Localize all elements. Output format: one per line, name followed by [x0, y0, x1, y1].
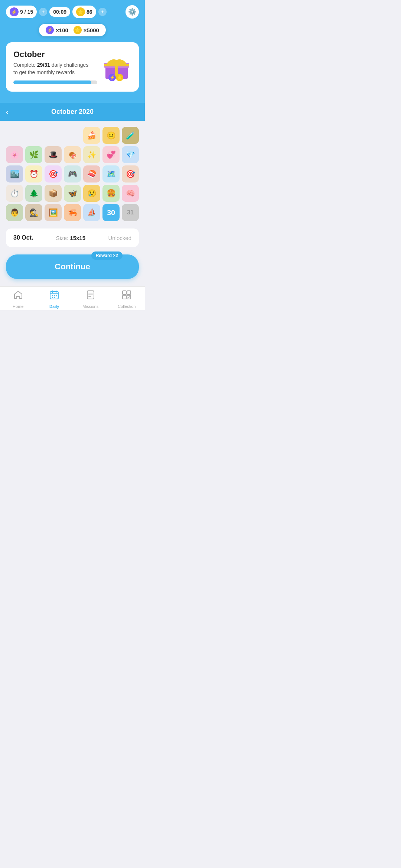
- day-21[interactable]: 🦋: [64, 185, 81, 202]
- calendar-back-button[interactable]: ‹: [6, 108, 9, 116]
- empty-cell-3: [45, 127, 62, 144]
- progress-bar-bg: [13, 80, 97, 84]
- day-22[interactable]: 😢: [83, 185, 100, 202]
- monthly-title: October: [13, 50, 97, 59]
- monthly-card: October Complete 29/31 daily challengest…: [6, 42, 139, 92]
- svg-text:⚡: ⚡: [110, 75, 115, 80]
- day-2[interactable]: 😐: [102, 127, 120, 144]
- day-25[interactable]: 👨: [6, 204, 23, 221]
- reward-badge: Reward ×2: [91, 251, 123, 260]
- nav-collection[interactable]: Collection: [109, 290, 145, 309]
- day-17[interactable]: 🎯: [122, 165, 139, 183]
- calendar-grid: 🍰 😐 🧪 🌸 🌿 🎩 🍖 ✨ 💞: [6, 127, 139, 221]
- day-8[interactable]: ✨: [83, 146, 100, 163]
- lightning-add-button[interactable]: +: [39, 8, 47, 16]
- day-30-today[interactable]: 30: [102, 204, 120, 221]
- day-16[interactable]: 🗺️: [102, 165, 120, 183]
- day-29[interactable]: ⛵: [83, 204, 100, 221]
- svg-rect-16: [54, 295, 55, 296]
- day-24[interactable]: 🧠: [122, 185, 139, 202]
- day-28[interactable]: 🦐: [64, 204, 81, 221]
- info-bar: 30 Oct. Size: 15x15 Unlocked: [6, 228, 139, 247]
- nav-daily-label: Daily: [49, 304, 59, 309]
- day-6-tile: 🎩: [45, 146, 62, 163]
- settings-button[interactable]: ⚙️: [125, 5, 139, 19]
- day-27-tile: 🖼️: [45, 204, 62, 221]
- lightning-reward: ⚡ ×100: [46, 26, 68, 34]
- day-16-tile: 🗺️: [102, 165, 120, 183]
- day-9[interactable]: 💞: [102, 146, 120, 163]
- day-26[interactable]: 🕵️: [25, 204, 42, 221]
- star-icon: ⭐: [76, 7, 85, 16]
- day-25-tile: 👨: [6, 204, 23, 221]
- day-18-tile: ⏱️: [6, 185, 23, 202]
- progress-bar-fill: [13, 80, 91, 84]
- day-5-tile: 🌿: [25, 146, 42, 163]
- missions-icon: [85, 290, 96, 303]
- day-8-tile: ✨: [83, 146, 100, 163]
- day-6[interactable]: 🎩: [45, 146, 62, 163]
- info-bar-status: Unlocked: [108, 235, 131, 241]
- star-add-button[interactable]: +: [98, 8, 107, 16]
- day-13[interactable]: 🎯: [45, 165, 62, 183]
- today-number-text: 30: [107, 208, 115, 217]
- day-21-tile: 🦋: [64, 185, 81, 202]
- svg-rect-15: [52, 295, 53, 296]
- nav-home-label: Home: [13, 304, 23, 309]
- size-value: 15x15: [70, 235, 85, 241]
- monthly-area: ⚡ ×100 ⭐ ×5000 October Complete 29/31 da…: [0, 22, 145, 103]
- day-28-tile: 🦐: [64, 204, 81, 221]
- nav-daily[interactable]: Daily: [36, 290, 73, 309]
- star-count: 86: [87, 9, 92, 15]
- day-5[interactable]: 🌿: [25, 146, 42, 163]
- day-9-tile: 💞: [102, 146, 120, 163]
- day-31-future[interactable]: 31: [122, 204, 139, 221]
- calendar-area: 🍰 😐 🧪 🌸 🌿 🎩 🍖 ✨ 💞: [0, 121, 145, 225]
- day-1[interactable]: 🍰: [83, 127, 100, 144]
- lightning-count: 9: [20, 9, 23, 15]
- empty-cell-2: [25, 127, 42, 144]
- info-bar-size: Size: 15x15: [56, 235, 85, 241]
- svg-rect-17: [56, 295, 57, 296]
- day-23[interactable]: 🍔: [102, 185, 120, 202]
- svg-rect-25: [127, 291, 131, 295]
- day-29-tile: ⛵: [83, 204, 100, 221]
- nav-missions[interactable]: Missions: [72, 290, 109, 309]
- day-13-tile: 🎯: [45, 165, 62, 183]
- day-1-tile: 🍰: [83, 127, 100, 144]
- lightning-reward-icon: ⚡: [46, 26, 54, 34]
- day-12[interactable]: ⏰: [25, 165, 42, 183]
- day-18[interactable]: ⏱️: [6, 185, 23, 202]
- day-10[interactable]: 💎: [122, 146, 139, 163]
- day-12-tile: ⏰: [25, 165, 42, 183]
- day-19-tile: 🌲: [25, 185, 42, 202]
- day-11[interactable]: 🏙️: [6, 165, 23, 183]
- daily-icon: [49, 290, 59, 303]
- svg-point-6: [114, 60, 119, 65]
- day-17-tile: 🎯: [122, 165, 139, 183]
- home-icon: [13, 290, 23, 303]
- star-stat: ⭐ 86: [72, 6, 96, 18]
- day-10-tile: 💎: [122, 146, 139, 163]
- day-7-tile: 🍖: [64, 146, 81, 163]
- day-3-tile: 🧪: [122, 127, 139, 144]
- top-bar: ⚡ 9/15 + 00:09 ⭐ 86 + ⚙️: [0, 0, 145, 22]
- top-bar-left: ⚡ 9/15 + 00:09 ⭐ 86 +: [6, 6, 107, 18]
- svg-rect-26: [123, 295, 126, 299]
- lightning-reward-amount: ×100: [56, 27, 68, 33]
- day-14[interactable]: 🎮: [64, 165, 81, 183]
- day-4-tile: 🌸: [6, 146, 23, 163]
- day-23-tile: 🍔: [102, 185, 120, 202]
- nav-home[interactable]: Home: [0, 290, 36, 309]
- day-7[interactable]: 🍖: [64, 146, 81, 163]
- monthly-desc: Complete 29/31 daily challengesto get th…: [13, 62, 97, 76]
- day-3[interactable]: 🧪: [122, 127, 139, 144]
- size-label: Size:: [56, 235, 68, 241]
- day-20[interactable]: 📦: [45, 185, 62, 202]
- day-4[interactable]: 🌸: [6, 146, 23, 163]
- day-15[interactable]: 🍣: [83, 165, 100, 183]
- lightning-icon: ⚡: [10, 7, 19, 16]
- star-reward: ⭐ ×5000: [74, 26, 99, 34]
- day-27[interactable]: 🖼️: [45, 204, 62, 221]
- day-19[interactable]: 🌲: [25, 185, 42, 202]
